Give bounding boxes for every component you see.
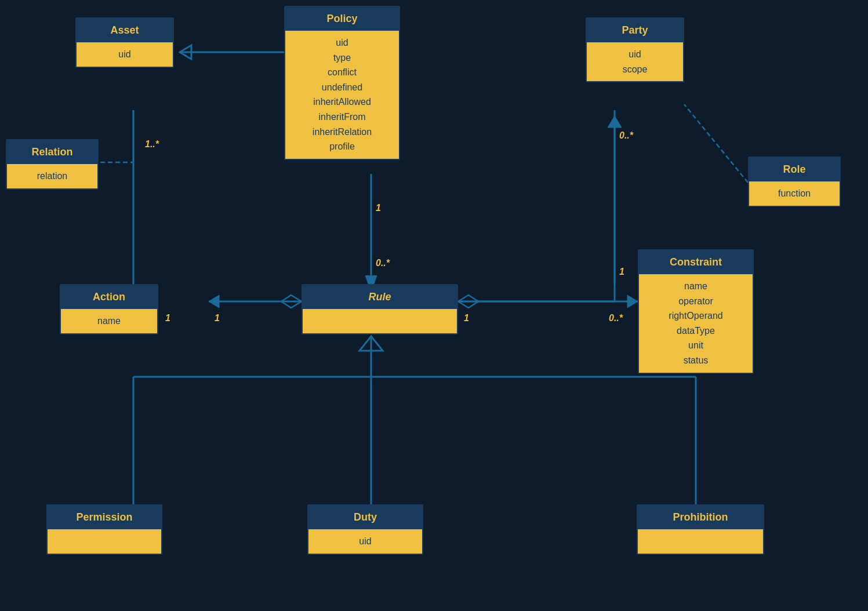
constraint-body: nameoperatorrightOperanddataTypeunitstat… xyxy=(639,274,753,373)
action-class: Action name xyxy=(60,284,158,334)
party-title: Party xyxy=(587,19,683,42)
prohibition-class: Prohibition xyxy=(637,504,764,555)
mult-rule-constraint-1: 1 xyxy=(464,313,469,323)
mult-party-0star: 0..* xyxy=(619,130,633,141)
mult-rule-constraint-0star: 0..* xyxy=(609,313,623,323)
svg-marker-10 xyxy=(281,295,302,308)
svg-marker-13 xyxy=(458,295,478,308)
party-class: Party uidscope xyxy=(586,17,684,82)
mult-party-rule-1: 1 xyxy=(619,267,624,277)
relation-title: Relation xyxy=(7,140,97,164)
rule-body xyxy=(303,309,457,333)
rule-class: Rule xyxy=(302,284,458,334)
svg-marker-1 xyxy=(180,45,191,59)
uml-diagram: Asset uid Policy uidtypeconflictundefine… xyxy=(0,0,868,611)
action-title: Action xyxy=(61,285,157,309)
mult-rule-action-1-right: 1 xyxy=(215,313,220,323)
role-title: Role xyxy=(749,158,840,181)
prohibition-body xyxy=(638,529,763,554)
mult-1star: 1..* xyxy=(145,139,159,150)
policy-body: uidtypeconflictundefinedinheritAllowedin… xyxy=(285,31,399,159)
svg-marker-22 xyxy=(608,116,622,128)
rule-title: Rule xyxy=(303,285,457,309)
permission-class: Permission xyxy=(46,504,162,555)
constraint-class: Constraint nameoperatorrightOperanddataT… xyxy=(638,249,754,374)
policy-class: Policy uidtypeconflictundefinedinheritAl… xyxy=(284,6,400,160)
svg-marker-11 xyxy=(209,295,219,308)
asset-class: Asset uid xyxy=(75,17,174,68)
mult-rule-0star: 0..* xyxy=(376,258,390,268)
constraint-title: Constraint xyxy=(639,250,753,274)
svg-line-8 xyxy=(684,104,748,183)
action-body: name xyxy=(61,309,157,333)
role-class: Role function xyxy=(748,157,841,207)
svg-marker-14 xyxy=(627,295,638,308)
mult-rule-action-1-left: 1 xyxy=(165,313,170,323)
party-body: uidscope xyxy=(587,42,683,81)
duty-body: uid xyxy=(308,529,422,554)
policy-title: Policy xyxy=(285,7,399,31)
permission-title: Permission xyxy=(48,505,161,529)
svg-marker-20 xyxy=(359,336,383,351)
role-body: function xyxy=(749,181,840,206)
prohibition-title: Prohibition xyxy=(638,505,763,529)
asset-title: Asset xyxy=(77,19,173,42)
permission-body xyxy=(48,529,161,554)
relation-class: Relation relation xyxy=(6,139,99,190)
asset-body: uid xyxy=(77,42,173,67)
duty-class: Duty uid xyxy=(307,504,423,555)
mult-policy-1: 1 xyxy=(376,203,381,213)
duty-title: Duty xyxy=(308,505,422,529)
relation-body: relation xyxy=(7,164,97,188)
